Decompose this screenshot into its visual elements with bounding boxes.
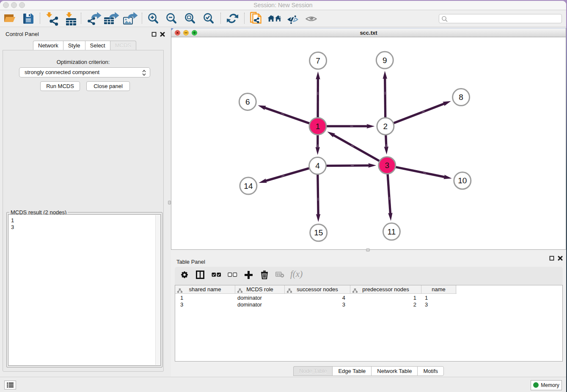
- svg-text:10: 10: [458, 176, 467, 185]
- svg-text:8: 8: [459, 93, 463, 102]
- svg-text:9: 9: [383, 56, 387, 65]
- svg-text:2: 2: [383, 122, 388, 131]
- svg-text:15: 15: [314, 228, 323, 237]
- svg-text:3: 3: [385, 161, 389, 170]
- svg-text:14: 14: [244, 182, 253, 190]
- svg-text:7: 7: [316, 56, 320, 65]
- svg-text:11: 11: [388, 227, 396, 236]
- svg-text:4: 4: [315, 161, 320, 170]
- svg-text:1: 1: [316, 122, 320, 131]
- svg-text:6: 6: [245, 97, 250, 106]
